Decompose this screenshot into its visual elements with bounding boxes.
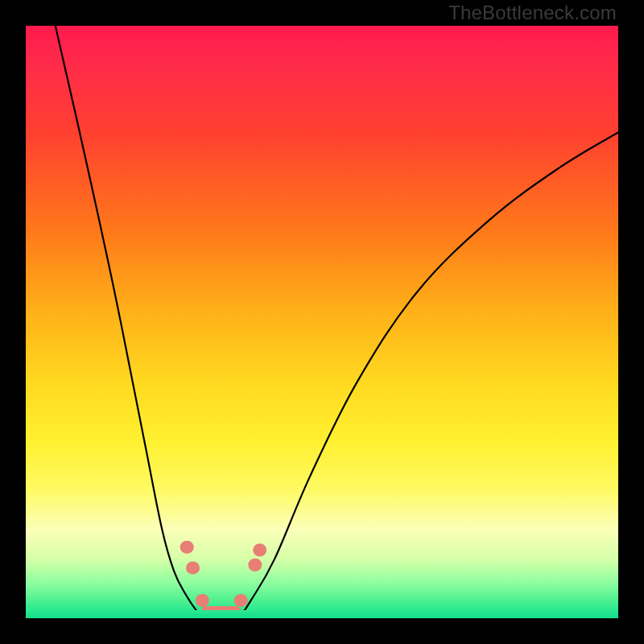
plot-area	[26, 26, 618, 618]
curve-right-branch	[239, 132, 618, 618]
curve-left-branch	[56, 26, 204, 618]
watermark-text: TheBottleneck.com	[448, 2, 617, 24]
curve-layer	[26, 26, 618, 618]
baseline-strip	[26, 610, 618, 618]
